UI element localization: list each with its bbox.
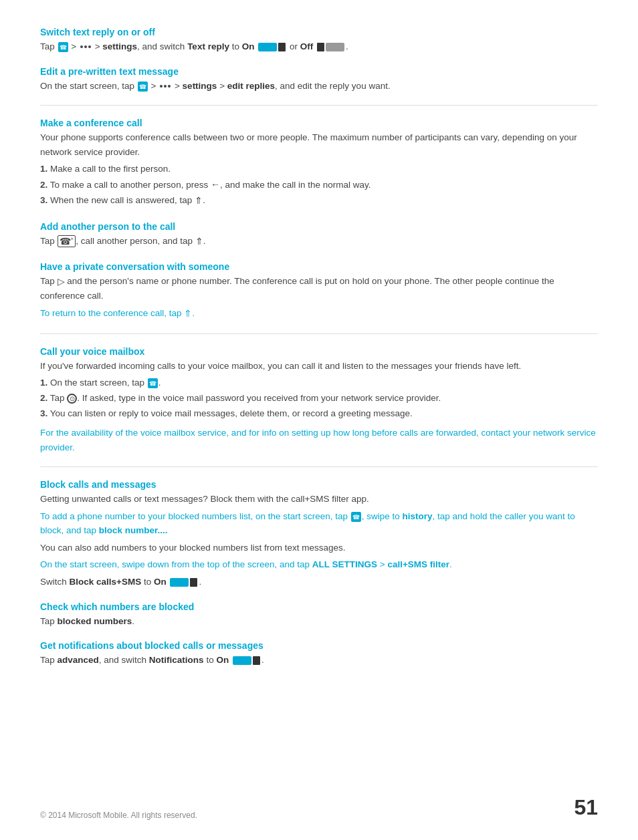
toggle-off — [317, 43, 344, 51]
section-switch-text-reply: Switch text reply on or off Tap ☎ > > se… — [40, 27, 598, 54]
section-title: Block calls and messages — [40, 479, 598, 490]
section-title: Get notifications about blocked calls or… — [40, 640, 598, 651]
section-notifications-blocked: Get notifications about blocked calls or… — [40, 640, 598, 668]
divider — [40, 105, 598, 106]
section-body-1: Tap ▷ and the person's name or phone num… — [40, 274, 598, 303]
section-add-person: Add another person to the call Tap ☎+, c… — [40, 221, 598, 249]
section-title: Call your voice mailbox — [40, 346, 598, 357]
svg-text:☎: ☎ — [139, 84, 146, 90]
svg-text:☎: ☎ — [60, 44, 67, 51]
numbered-item-2: 2. Tap ⊙. If asked, type in the voice ma… — [40, 391, 598, 406]
toggle-on — [258, 43, 286, 51]
toggle-on — [233, 656, 260, 665]
section-body-3: You can also add numbers to your blocked… — [40, 541, 598, 555]
section-check-blocked: Check which numbers are blocked Tap bloc… — [40, 601, 598, 629]
voicemail-icon: ⊙ — [67, 394, 77, 404]
section-body-4: On the start screen, swipe down from the… — [40, 557, 598, 572]
phone-icon: ☎ — [58, 42, 68, 52]
phone-icon: ☎ — [138, 82, 148, 92]
divider — [40, 466, 598, 467]
section-body-1: Getting unwanted calls or text messages?… — [40, 492, 598, 507]
section-edit-prewritten: Edit a pre-written text message On the s… — [40, 66, 598, 94]
phone-icon: ☎ — [148, 378, 158, 388]
section-conference-call: Make a conference call Your phone suppor… — [40, 118, 598, 209]
private-icon: ▷ — [58, 276, 65, 287]
numbered-item-1: 1. Make a call to the first person. — [40, 162, 598, 177]
add-call-icon: ☎+ — [58, 235, 76, 247]
section-body: Tap advanced, and switch Notifications t… — [40, 653, 598, 668]
section-block-calls: Block calls and messages Getting unwante… — [40, 479, 598, 589]
section-title: Have a private conversation with someone — [40, 261, 598, 272]
section-intro: If you've forwarded incoming calls to yo… — [40, 359, 598, 374]
back-arrow-icon: ← — [211, 179, 220, 190]
merge-icon: ⇑ — [184, 308, 192, 319]
numbered-item-2: 2. To make a call to another person, pre… — [40, 177, 598, 193]
section-title: Switch text reply on or off — [40, 27, 598, 37]
dots-icon — [80, 45, 91, 48]
section-title: Make a conference call — [40, 118, 598, 128]
numbered-item-3: 3. You can listen or reply to voice mail… — [40, 406, 598, 422]
section-body: Tap blocked numbers. — [40, 614, 598, 629]
section-body-2: To add a phone number to your blocked nu… — [40, 509, 598, 538]
merge-icon: ⇑ — [195, 195, 203, 206]
section-body: Tap ☎ > > settings, and switch Text repl… — [40, 39, 598, 54]
merge-icon: ⇑ — [195, 236, 203, 247]
toggle-on — [170, 578, 197, 587]
page-content: Switch text reply on or off Tap ☎ > > se… — [40, 27, 598, 668]
section-private-conversation: Have a private conversation with someone… — [40, 261, 598, 321]
svg-text:☎: ☎ — [149, 380, 156, 387]
section-title: Check which numbers are blocked — [40, 601, 598, 612]
page-number: 51 — [574, 795, 598, 820]
section-body-5: Switch Block calls+SMS to On . — [40, 575, 598, 589]
numbered-item-1: 1. On the start screen, tap ☎. — [40, 376, 598, 391]
section-title: Edit a pre-written text message — [40, 66, 598, 77]
phone-icon: ☎ — [351, 512, 361, 522]
section-body: On the start screen, tap ☎ > > settings … — [40, 79, 598, 94]
section-footer: For the availability of the voice mailbo… — [40, 426, 598, 454]
dots-icon — [160, 85, 171, 88]
section-voice-mailbox: Call your voice mailbox If you've forwar… — [40, 346, 598, 455]
section-body: Tap ☎+, call another person, and tap ⇑. — [40, 234, 598, 249]
svg-text:☎: ☎ — [352, 514, 360, 521]
copyright-text: © 2014 Microsoft Mobile. All rights rese… — [40, 811, 197, 820]
section-title: Add another person to the call — [40, 221, 598, 232]
section-body-2: To return to the conference call, tap ⇑. — [40, 306, 598, 321]
numbered-item-3: 3. When the new call is answered, tap ⇑. — [40, 193, 598, 209]
section-intro: Your phone supports conference calls bet… — [40, 130, 598, 159]
page-footer: © 2014 Microsoft Mobile. All rights rese… — [40, 795, 598, 820]
divider — [40, 333, 598, 334]
